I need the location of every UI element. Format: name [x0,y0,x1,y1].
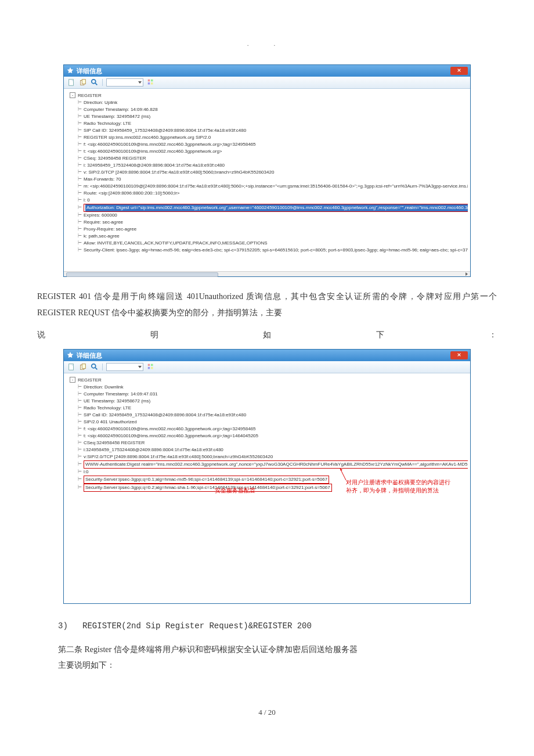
tree-row[interactable]: ⊢Route: <sip:[2409:8096:8800:200::10]:50… [66,190,468,197]
tree-branch-icon: ⊢ [78,213,82,218]
tree-branch-icon: ⊢ [78,107,82,112]
boxed-row: Security-Server:ipsec-3gpp;q=0.1;alg=hma… [84,476,329,484]
copy-icon[interactable] [79,363,87,371]
tree-branch-icon: ⊢ [78,190,82,196]
tree-view-2[interactable]: -REGISTER⊢Direction: Downlink⊢Computer T… [64,373,470,603]
tree-row[interactable]: ⊢Allow: INVITE,BYE,CANCEL,ACK,NOTIFY,UPD… [66,240,468,247]
tree-branch-icon: ⊢ [78,177,82,182]
spread-3: 如 [263,327,271,343]
close-button-1[interactable] [450,67,468,75]
svg-line-4 [95,83,98,85]
pin-icon [66,351,74,359]
tree-row[interactable]: ⊢Radio Technology: LTE [66,405,468,412]
boxed-row: WWW-Authenticate:Digest realm="ims.mnc00… [84,460,468,469]
tree-view-1[interactable]: -REGISTER⊢Direction: Uplink⊢Computer Tim… [64,89,470,271]
tree-branch-icon: ⊢ [78,128,82,133]
search-icon[interactable] [91,363,99,371]
watermark-1b [143,68,145,74]
tree-row[interactable]: ⊢REGISTER sip:ims.mnc002.mcc460.3gppnetw… [66,134,468,141]
paragraph-1: REGISTER 401 信令是用于向终端回送 401Unauthorized … [37,289,497,321]
close-button-2[interactable] [450,351,468,359]
tree-collapse-icon[interactable]: - [70,377,75,383]
tree-row[interactable]: ⊢Authorization: Digest uri="sip:ims.mnc0… [66,204,468,212]
svg-rect-7 [148,82,150,85]
tree-branch-icon: ⊢ [78,477,82,482]
toolbar-1 [64,77,470,89]
search-icon[interactable] [91,78,99,87]
tree-row[interactable]: ⊢v:SIP/2.0/TCP [2409:8896:8004:1f:d75e:4… [66,453,468,460]
tree-branch-icon: ⊢ [78,419,82,424]
tree-row[interactable]: ⊢SIP Call ID: 324958459_175324408@2409:8… [66,127,468,134]
tree-row[interactable]: ⊢Direction: Uplink [66,99,468,106]
chevron-down-icon [138,81,142,84]
tree-row[interactable]: ⊢Radio Technology: LTE [66,120,468,127]
tree-row[interactable]: ⊢Require: sec-agree [66,219,468,226]
copy-icon[interactable] [79,78,87,87]
window-title-1: 详细信息 [77,67,102,75]
tree-row[interactable]: -REGISTER [66,92,468,99]
tree-row[interactable]: ⊢l: 0 [66,197,468,204]
watermark-1a [107,68,109,74]
tree-row[interactable]: ⊢v: SIP/2.0/TCP [2409:8896:8004:1f:d75e:… [66,169,468,176]
spread-line: 说 明 如 下 ： [37,327,497,343]
tree-collapse-icon[interactable]: - [70,92,75,98]
tree-row[interactable]: ⊢WWW-Authenticate:Digest realm="ims.mnc0… [66,460,468,469]
tree-row[interactable]: ⊢t: <sip:460024590100109@ims.mnc002.mcc4… [66,148,468,155]
tree-row[interactable]: ⊢CSeq:324958458 REGISTER [66,440,468,447]
tree-row[interactable]: ⊢f: <sip:460024590100109@ims.mnc002.mcc4… [66,426,468,433]
scrollbar-thumb[interactable] [66,272,218,277]
toolbar-dropdown[interactable] [106,363,143,371]
toolbar-dropdown[interactable] [106,78,143,87]
tree-branch-icon: ⊢ [78,156,82,161]
close-icon [457,352,461,357]
tree-branch-icon: ⊢ [78,121,82,126]
tree-row[interactable]: ⊢i: 324958459_175324408@2409:8896:8004:1… [66,162,468,169]
new-doc-icon[interactable] [67,363,75,371]
h-scrollbar-1[interactable] [64,271,470,276]
spread-2: 明 [150,327,158,343]
tree-branch-icon: ⊢ [78,384,82,390]
body-line-1: 第二条 Register 信令是终端将用户标识和密码根据安全认证令牌加密后回送给… [58,642,476,658]
tree-row[interactable]: ⊢t: <sip:460024590100109@ims.mnc002.mcc4… [66,433,468,440]
tree-branch-icon: ⊢ [78,469,82,474]
tree-row[interactable]: ⊢SIP/2.0 401 Unauthorized [66,419,468,426]
tree-row[interactable]: ⊢Security-Client: ipsec-3gpp; alg=hmac-m… [66,247,468,254]
tree-row[interactable]: ⊢k: path,sec-agree [66,233,468,240]
toolbar-2 [64,361,470,373]
svg-point-3 [92,80,96,84]
tree-branch-icon: ⊢ [78,405,82,411]
tree-row[interactable]: ⊢SIP Call ID: 324958459_175324408@2409:8… [66,412,468,419]
tree-row[interactable]: ⊢UE Timestamp: 324958472 (ms) [66,113,468,120]
paragraph-2: 第二条 Register 信令是终端将用户标识和密码根据安全认证令牌加密后回送给… [58,642,476,673]
tree-row[interactable]: -REGISTER [66,377,468,384]
scroll-right-icon[interactable] [464,272,469,276]
tree-row[interactable]: ⊢f: <sip:460024590100109@ims.mnc002.mcc4… [66,141,468,148]
new-doc-icon[interactable] [67,78,75,87]
tree-branch-icon: ⊢ [78,247,82,253]
svg-line-13 [95,368,98,370]
tree-row[interactable]: ⊢Computer Timestamp: 14:09:47.031 [66,391,468,398]
tree-row[interactable]: ⊢m: <sip:460024590100109@[2409:8896:8004… [66,183,468,190]
tree-row[interactable]: ⊢UE Timestamp: 324958672 (ms) [66,398,468,405]
tree-branch-icon: ⊢ [78,462,82,467]
tree-row[interactable]: ⊢Direction: Downlink [66,384,468,391]
body-line-2: 主要说明如下： [58,658,476,674]
tree-row[interactable]: ⊢Max-Forwards: 70 [66,176,468,183]
window-1: 详细信息 -REGISTER⊢Direction: Uplink⊢Compute… [63,64,471,277]
tree-row[interactable]: ⊢l:0 [66,469,468,476]
tree-branch-icon: ⊢ [78,205,82,210]
tree-branch-icon: ⊢ [78,233,82,239]
tree-row[interactable]: ⊢Expires: 600000 [66,212,468,219]
page-number: 4 / 20 [35,708,499,717]
grid-icon[interactable] [147,78,155,87]
tree-row[interactable]: ⊢Computer Timestamp: 14:09:46.828 [66,106,468,113]
tree-row[interactable]: ⊢i:324958459_175324408@2409:8896:8004:1f… [66,447,468,453]
grid-icon[interactable] [147,363,155,371]
tree-row[interactable]: ⊢CSeq: 324958458 REGISTER [66,155,468,162]
tree-branch-icon: ⊢ [78,163,82,168]
window-title-2: 详细信息 [77,351,102,360]
tree-branch-icon: ⊢ [78,447,82,452]
svg-rect-17 [151,367,153,369]
tree-row[interactable]: ⊢Proxy-Require: sec-agree [66,226,468,233]
tree-branch-icon: ⊢ [78,114,82,119]
